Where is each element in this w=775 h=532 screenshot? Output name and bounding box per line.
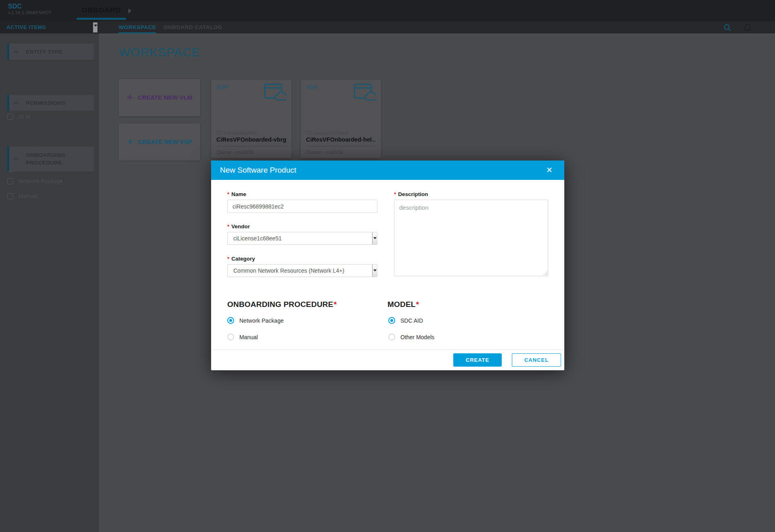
category-label: *Category: [227, 256, 255, 262]
radio-label: Other Models: [400, 334, 434, 340]
category-select[interactable]: Common Network Resources (Network L4+): [227, 264, 377, 277]
cancel-button[interactable]: CANCEL: [512, 353, 561, 367]
radio-manual[interactable]: Manual: [227, 334, 258, 340]
radio-label: Network Package: [239, 317, 284, 324]
vendor-label: *Vendor: [227, 223, 250, 229]
description-textarea[interactable]: [394, 200, 548, 276]
create-button[interactable]: CREATE: [453, 353, 502, 367]
modal-footer: CREATE CANCEL: [211, 349, 564, 370]
radio-selected-icon[interactable]: [227, 317, 234, 324]
radio-network-package[interactable]: Network Package: [227, 317, 284, 324]
category-select-value: Common Network Resources (Network L4+): [233, 265, 344, 277]
radio-label: Manual: [239, 334, 258, 340]
modal-header: New Software Product ✕: [211, 161, 564, 180]
model-title: MODEL*: [388, 300, 419, 309]
required-asterisk: *: [416, 300, 419, 309]
close-icon[interactable]: ✕: [543, 161, 555, 180]
name-label: *Name: [227, 191, 246, 197]
name-input[interactable]: [227, 200, 377, 213]
select-caret-icon: [372, 265, 377, 277]
modal-title: New Software Product: [220, 161, 296, 180]
sdc-onboarding-screen: SDC v.1.16.1-SNAPSHOT ONBOARD ACTIVE ITE…: [0, 0, 775, 532]
onboarding-procedure-title: ONBOARDING PROCEDURE*: [227, 300, 337, 309]
required-asterisk: *: [334, 300, 337, 309]
radio-sdc-aid[interactable]: SDC AID: [388, 317, 423, 324]
description-label: *Description: [394, 191, 428, 197]
required-asterisk: *: [227, 256, 229, 262]
radio-other-models[interactable]: Other Models: [388, 334, 434, 340]
radio-unselected-icon[interactable]: [388, 334, 395, 340]
radio-selected-icon[interactable]: [388, 317, 395, 324]
radio-unselected-icon[interactable]: [227, 334, 234, 340]
required-asterisk: *: [394, 191, 396, 197]
required-asterisk: *: [227, 223, 229, 229]
radio-label: SDC AID: [400, 317, 423, 324]
vendor-select[interactable]: ciLicense1c68ee51: [227, 232, 377, 245]
vendor-select-value: ciLicense1c68ee51: [233, 232, 282, 244]
select-caret-icon: [372, 232, 377, 244]
required-asterisk: *: [227, 191, 229, 197]
new-software-product-modal: New Software Product ✕ *Name *Vendor ciL…: [211, 161, 564, 370]
